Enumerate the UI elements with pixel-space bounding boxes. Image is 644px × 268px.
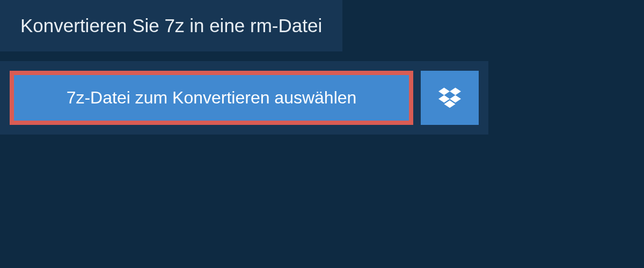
dropbox-icon <box>438 86 461 110</box>
page-title: Konvertieren Sie 7z in eine rm-Datei <box>20 15 322 36</box>
dropbox-button[interactable] <box>421 71 479 125</box>
action-panel: 7z-Datei zum Konvertieren auswählen <box>0 61 488 135</box>
header-bar: Konvertieren Sie 7z in eine rm-Datei <box>0 0 342 51</box>
select-file-button[interactable]: 7z-Datei zum Konvertieren auswählen <box>10 71 413 125</box>
